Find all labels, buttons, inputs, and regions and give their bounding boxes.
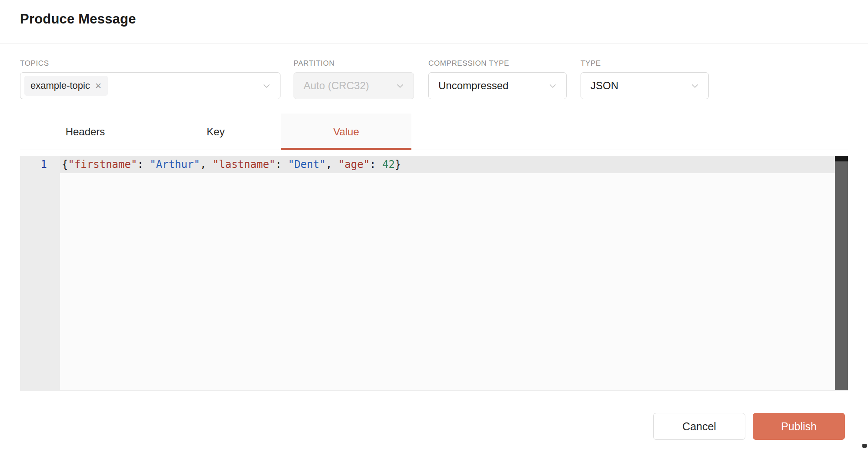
- dialog-footer: Cancel Publish: [0, 404, 868, 449]
- tab-key[interactable]: Key: [150, 114, 281, 150]
- compression-select[interactable]: Uncompressed: [428, 72, 567, 99]
- chevron-down-icon: [689, 80, 701, 91]
- partition-label: PARTITION: [294, 59, 335, 68]
- code-token: "age": [338, 158, 370, 171]
- code-token: 42: [382, 158, 395, 171]
- scrollbar-thumb[interactable]: [835, 156, 848, 161]
- dialog-header: Produce Message: [0, 0, 868, 44]
- cancel-button[interactable]: Cancel: [653, 413, 745, 440]
- page-title: Produce Message: [20, 11, 136, 27]
- type-label: TYPE: [581, 59, 601, 68]
- code-line[interactable]: {"firstname": "Arthur", "lastname": "Den…: [62, 156, 401, 173]
- editor-gutter: [20, 156, 60, 390]
- topics-select[interactable]: example-topic ✕: [20, 72, 280, 99]
- produce-message-dialog: Produce Message TOPICS PARTITION COMPRES…: [0, 0, 868, 449]
- code-token: }: [395, 158, 401, 171]
- topic-tag-label: example-topic: [30, 80, 90, 91]
- cursor-artifact: [862, 444, 867, 448]
- editor-scrollbar[interactable]: [835, 156, 848, 390]
- message-tabs: Headers Key Value: [20, 114, 848, 150]
- code-token: {: [62, 158, 68, 171]
- active-tab-underline: [281, 148, 411, 150]
- remove-tag-icon[interactable]: ✕: [95, 81, 102, 91]
- type-value: JSON: [581, 80, 618, 92]
- partition-select: Auto (CRC32): [294, 72, 414, 99]
- value-code-editor[interactable]: 1 {"firstname": "Arthur", "lastname": "D…: [20, 156, 848, 391]
- chevron-down-icon: [261, 80, 272, 91]
- partition-value: Auto (CRC32): [294, 80, 369, 92]
- compression-value: Uncompressed: [429, 80, 508, 92]
- topic-tag: example-topic ✕: [24, 76, 108, 96]
- tab-value[interactable]: Value: [281, 114, 411, 150]
- topics-label: TOPICS: [20, 59, 49, 68]
- code-token: ,: [200, 158, 213, 171]
- code-token: "lastname": [213, 158, 276, 171]
- chevron-down-icon: [394, 80, 406, 91]
- code-token: "Arthur": [150, 158, 200, 171]
- code-token: "Dent": [288, 158, 326, 171]
- type-select[interactable]: JSON: [581, 72, 709, 99]
- code-token: ,: [326, 158, 338, 171]
- publish-button[interactable]: Publish: [753, 413, 845, 440]
- code-token: "firstname": [68, 158, 137, 171]
- compression-label: COMPRESSION TYPE: [428, 59, 509, 68]
- chevron-down-icon: [547, 80, 558, 91]
- code-token: :: [275, 158, 288, 171]
- code-token: :: [370, 158, 382, 171]
- line-number: 1: [20, 156, 47, 173]
- code-token: :: [137, 158, 150, 171]
- tab-headers[interactable]: Headers: [20, 114, 150, 150]
